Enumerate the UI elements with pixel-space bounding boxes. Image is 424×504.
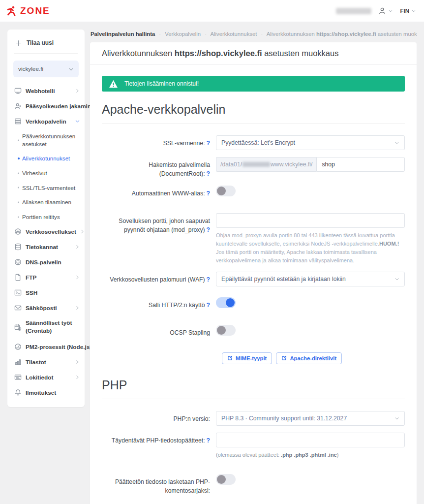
plus-icon xyxy=(15,40,22,46)
help-icon[interactable]: ? xyxy=(207,170,210,177)
chevron-right-icon xyxy=(75,275,80,280)
php-extensions-input[interactable] xyxy=(216,433,405,447)
http2-label: Salli HTTP/2:n käyttö? xyxy=(102,297,216,310)
sidebar-subitem-label: Porttien reititys xyxy=(22,214,60,220)
breadcrumb-separator: · xyxy=(261,31,263,37)
bell-icon xyxy=(14,389,22,396)
help-icon[interactable]: ? xyxy=(207,437,210,444)
sidebar-item-verkkopalvelin[interactable]: Verkkopalvelin xyxy=(7,114,85,129)
mime-types-button[interactable]: MIME-tyypit xyxy=(222,352,272,364)
sidebar-item-tietokannat[interactable]: Tietokannat xyxy=(7,239,85,254)
new-order-button[interactable]: Tilaa uusi xyxy=(7,32,85,52)
sidebar-subitem-aliaksen-tilaaminen[interactable]: Aliaksen tilaaminen xyxy=(7,195,85,210)
ocsp-toggle[interactable] xyxy=(216,325,236,336)
sidebar-subitem-ssl-tls-varmenteet[interactable]: SSL/TLS-varmenteet xyxy=(7,181,85,195)
sidebar-subitem-label: Pääverkkotunnuksen asetukset xyxy=(22,133,75,147)
php-scriptless-label: Päätteetön tiedosto lasketaan PHP-koment… xyxy=(102,474,216,496)
mod-proxy-help: Ohjaa mod_proxyn avulla portin 80 tai 44… xyxy=(216,231,405,265)
www-alias-toggle[interactable] xyxy=(216,186,236,196)
help-icon[interactable]: ? xyxy=(207,302,210,309)
breadcrumb-current: Aliverkkotunnuksen https://shop.vickylee… xyxy=(267,31,417,37)
server-icon xyxy=(14,118,22,125)
sidebar-item-webhotelli[interactable]: Webhotelli xyxy=(7,83,85,98)
chevron-down-icon xyxy=(68,66,74,72)
breadcrumb-aliverkkotunnukset[interactable]: Aliverkkotunnukset xyxy=(211,31,257,37)
warning-triangle-icon xyxy=(102,80,124,88)
sidebar-subitem-virhesivut[interactable]: Virhesivut xyxy=(7,166,85,181)
sidebar-item-pm2-prosessit[interactable]: PM2-prosessit (Node.js) xyxy=(7,339,85,354)
www-alias-label: Automaattinen WWW-alias:? xyxy=(102,186,216,198)
redacted-path-segment xyxy=(242,162,270,167)
sidebar-item-label: Verkkosovellukset xyxy=(26,228,76,235)
sidebar-item-dns-palvelin[interactable]: DNS-palvelin xyxy=(7,254,85,270)
help-icon[interactable]: ? xyxy=(207,190,210,197)
zone-logo[interactable]: zone xyxy=(6,5,50,17)
chevron-down-icon xyxy=(411,8,416,13)
language-selector[interactable]: FIN xyxy=(400,8,416,14)
settings-card: Aliverkkotunnuksen https://shop.vickylee… xyxy=(90,42,417,504)
waf-select[interactable]: Epäilyttävät pyynnöt estetään ja kirjata… xyxy=(216,272,405,286)
user-menu[interactable] xyxy=(378,7,393,15)
sidebar-subitem-label: Virhesivut xyxy=(22,170,47,176)
ocsp-label: OCSP Stapling xyxy=(102,325,216,338)
help-icon[interactable]: ? xyxy=(207,276,210,283)
breadcrumb: Palvelinpalvelun hallinta · Verkkopalvel… xyxy=(91,31,417,37)
apache-section-heading: Apache-verkkopalvelin xyxy=(102,102,405,124)
sidebar-item-verkkosovellukset[interactable]: Verkkosovellukset xyxy=(7,224,85,239)
domain-selector[interactable]: vickylee.fi xyxy=(13,61,79,77)
sidebar-item-ssh[interactable]: SSH xyxy=(7,285,85,300)
docroot-input[interactable] xyxy=(316,157,405,172)
sidebar-item-label: FTP xyxy=(26,274,36,281)
globe-icon xyxy=(14,258,22,266)
sidebar-item-label: Tilastot xyxy=(26,359,46,366)
success-alert: Tietojen lisääminen onnistui! xyxy=(102,76,405,92)
runner-icon xyxy=(6,5,17,17)
sidebar-item-lokitiedot[interactable]: Lokitiedot xyxy=(7,370,85,385)
ssl-select[interactable]: Pyydettäessä: Let's Encrypt xyxy=(216,135,405,150)
sidebar-item-label: Säännölliset työt (Crontab) xyxy=(26,319,80,335)
php-section-heading: PHP xyxy=(102,378,405,399)
sidebar-item-ilmoitukset[interactable]: Ilmoitukset xyxy=(7,385,85,400)
php-extensions-help: (olemassa olevat päätteet: .php .php3 .p… xyxy=(216,451,405,459)
http2-toggle[interactable] xyxy=(216,297,236,308)
chevron-right-icon xyxy=(80,229,85,234)
sidebar-subitem-porttien-reititys[interactable]: Porttien reititys xyxy=(7,210,85,224)
waf-select-value: Epäilyttävät pyynnöt estetään ja kirjata… xyxy=(221,276,346,283)
new-order-label: Tilaa uusi xyxy=(27,39,54,46)
sidebar-item-ftp[interactable]: FTP xyxy=(7,270,85,285)
mod-proxy-input[interactable] xyxy=(216,213,405,228)
help-icon[interactable]: ? xyxy=(207,226,210,233)
monitor-icon xyxy=(14,87,22,94)
logo-wordmark: zone xyxy=(20,5,50,16)
docroot-path-prefix: /data01/www.vickylee.fi/ xyxy=(216,157,316,172)
help-icon[interactable]: ? xyxy=(207,140,210,147)
chevron-down-icon xyxy=(388,8,393,13)
breadcrumb-root[interactable]: Palvelinpalvelun hallinta xyxy=(91,31,155,37)
top-header: zone FIN xyxy=(0,0,424,22)
sidebar-item-tilastot[interactable]: Tilastot xyxy=(7,354,85,370)
wordpress-icon xyxy=(14,228,22,235)
bar-chart-icon xyxy=(14,358,22,366)
page-title: Aliverkkotunnuksen https://shop.vickylee… xyxy=(90,42,417,65)
chevron-right-icon xyxy=(75,245,80,249)
sidebar-item-sahkoposti[interactable]: Sähköposti xyxy=(7,300,85,315)
sidebar-subitem-label: Aliverkkotunnukset xyxy=(22,155,70,161)
sidebar-item-label: SSH xyxy=(26,289,37,296)
breadcrumb-separator: · xyxy=(205,31,207,37)
breadcrumb-verkkopalvelin[interactable]: Verkkopalvelin xyxy=(165,31,201,37)
user-icon xyxy=(378,7,386,15)
sidebar-item-saannolliset-tyot[interactable]: Säännölliset työt (Crontab) xyxy=(7,315,85,339)
sidebar-item-paasyoikeuden-jakaminen[interactable]: Pääsyoikeuden jakaminen xyxy=(7,98,85,114)
ssl-select-value: Pyydettäessä: Let's Encrypt xyxy=(221,139,295,146)
chevron-down-icon xyxy=(394,140,399,145)
alert-message: Tietojen lisääminen onnistui! xyxy=(124,80,199,87)
sidebar-item-label: Webhotelli xyxy=(26,88,55,94)
user-icon xyxy=(14,102,22,110)
apache-directives-button[interactable]: Apache-direktiivit xyxy=(276,352,342,364)
account-name-redacted xyxy=(336,8,371,14)
sidebar-subitem-aliverkkotunnukset[interactable]: Aliverkkotunnukset xyxy=(7,151,85,166)
php-scriptless-toggle[interactable] xyxy=(216,474,236,485)
php-version-select[interactable]: PHP 8.3 · Community support until: 31.12… xyxy=(216,411,405,426)
sidebar-item-label: Lokitiedot xyxy=(26,374,53,381)
sidebar-subitem-paaverkkotunnuksen-asetukset[interactable]: Pääverkkotunnuksen asetukset xyxy=(7,129,85,151)
